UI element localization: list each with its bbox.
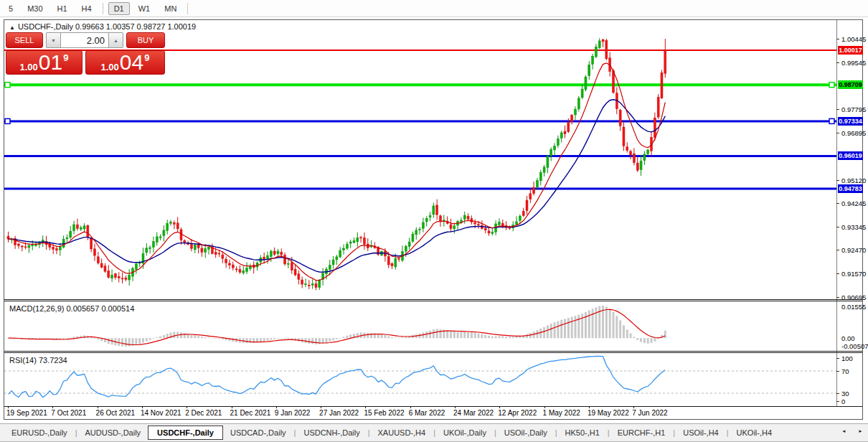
date-axis-label: 26 Oct 2021 xyxy=(96,409,135,417)
macd-indicator-label: MACD(12,26,9) 0.005657 0.000514 xyxy=(9,304,134,313)
axis-tick xyxy=(836,180,839,181)
date-axis-label: 19 May 2022 xyxy=(588,409,629,417)
timeframe-button-w1[interactable]: W1 xyxy=(133,2,156,15)
price-axis-label: 0.96895 xyxy=(841,129,866,137)
price-tag-0.98709: 0.98709 xyxy=(838,80,863,89)
date-tick xyxy=(187,406,187,408)
date-axis-label: 1 May 2022 xyxy=(543,409,580,417)
chart-tab-audusd-daily[interactable]: AUDUSD-,Daily xyxy=(77,426,148,439)
chart-tab-usoil-daily[interactable]: USOil-,Daily xyxy=(497,426,555,439)
axis-tick xyxy=(836,250,839,250)
date-axis-label: 27 Jan 2022 xyxy=(319,409,359,417)
axis-tick xyxy=(836,393,839,394)
collapse-panel-icon[interactable]: ▲ xyxy=(9,24,15,31)
chart-symbol-label: USDCHF-,Daily xyxy=(18,22,73,31)
chart-tab-eurusd-daily[interactable]: EURUSD-,Daily xyxy=(4,426,75,439)
line-handle-icon[interactable] xyxy=(5,83,10,88)
chart-tab-xauusd-h4[interactable]: XAUUSD-,H4 xyxy=(371,426,433,439)
date-tick xyxy=(321,406,321,408)
price-axis-label: 1.00445 xyxy=(841,35,866,43)
trading-terminal: 5M30H1H4D1W1MN ▲USDCHF-,Daily 0.99663 1.… xyxy=(0,0,868,442)
buy-button[interactable]: BUY xyxy=(126,32,165,48)
tab-separator: | xyxy=(555,428,557,437)
axis-tick xyxy=(836,371,839,372)
date-tick xyxy=(8,406,9,408)
date-tick xyxy=(52,406,53,408)
price-axis-label: 0.95120 xyxy=(841,177,866,184)
volume-input[interactable] xyxy=(60,32,109,48)
chart-window: ▲USDCHF-,Daily 0.99663 1.00357 0.98727 1… xyxy=(4,19,863,420)
timeframe-button-m30[interactable]: M30 xyxy=(22,2,48,15)
toolbar-separator xyxy=(103,3,103,14)
timeframe-button-mn[interactable]: MN xyxy=(159,2,182,15)
chevron-up-icon: ▲ xyxy=(113,38,118,43)
tab-separator: | xyxy=(433,428,435,437)
chart-tab-hk50-h1[interactable]: HK50-,H1 xyxy=(558,426,607,439)
rsi-axis-label: 70 xyxy=(841,367,849,375)
chart-tab-eurchf-h1[interactable]: EURCHF-,H1 xyxy=(610,426,673,439)
chart-tab-usoil-h4[interactable]: USOil-,H4 xyxy=(676,426,726,439)
date-tick xyxy=(455,406,456,408)
date-axis-label: 24 Mar 2022 xyxy=(453,409,494,417)
line-handle-icon[interactable] xyxy=(5,118,10,123)
rsi-indicator-label: RSI(14) 73.7234 xyxy=(9,356,67,365)
price-chart-canvas[interactable] xyxy=(4,20,862,406)
rsi-axis-label: 100 xyxy=(841,354,853,362)
chart-tab-usdcad-daily[interactable]: USDCAD-,Daily xyxy=(223,426,293,439)
tab-scroll-controls: ◄► xyxy=(841,428,864,435)
macd-pane-splitter[interactable] xyxy=(4,299,862,301)
tab-scroll-right-icon[interactable]: ► xyxy=(858,429,862,434)
date-axis-label: 9 Jan 2022 xyxy=(275,409,311,417)
sell-price-quote[interactable]: 1.00019 xyxy=(6,50,82,75)
line-handle-icon[interactable] xyxy=(829,118,834,123)
buy-price-prefix: 1.00 xyxy=(101,62,119,72)
sell-button[interactable]: SELL xyxy=(6,32,43,48)
buy-price-main: 04 xyxy=(120,52,143,72)
buy-price-quote[interactable]: 1.00049 xyxy=(85,50,165,75)
timeframe-button-h4[interactable]: H4 xyxy=(76,2,98,15)
chart-tab-usdcnh-daily[interactable]: USDCNH-,Daily xyxy=(296,426,367,439)
timeframe-toolbar: 5M30H1H4D1W1MN xyxy=(0,0,868,17)
volume-increase-button[interactable]: ▲ xyxy=(109,32,123,48)
one-click-trade-panel: SELL ▼ ▲ BUY 1.00019 1.00049 xyxy=(6,32,168,75)
date-axis-label: 14 Nov 2021 xyxy=(141,409,181,417)
date-tick xyxy=(98,406,98,408)
date-tick xyxy=(410,406,411,408)
chart-tab-ukoil-h4[interactable]: UKOil-,H4 xyxy=(730,426,780,439)
chart-tab-bar: EURUSD-,Daily|AUDUSD-,DailyUSDCHF-,Daily… xyxy=(0,423,868,442)
rsi-line xyxy=(9,356,666,398)
toolbar-separator xyxy=(187,3,188,14)
timeframe-button-d1[interactable]: D1 xyxy=(108,2,130,15)
date-tick xyxy=(232,406,232,408)
timeframe-button-h1[interactable]: H1 xyxy=(52,2,73,15)
macd-signal-line xyxy=(9,309,666,344)
rsi-axis-label: 0 xyxy=(841,398,845,405)
tab-separator: | xyxy=(673,428,675,437)
date-axis-label: 7 Jun 2022 xyxy=(632,409,668,417)
axis-tick xyxy=(836,62,839,63)
price-tag-0.96019: 0.96019 xyxy=(838,151,863,160)
timeframe-button-5[interactable]: 5 xyxy=(3,2,19,15)
axis-tick xyxy=(836,358,839,359)
line-handle-icon[interactable] xyxy=(829,83,834,88)
date-axis-label: 19 Sep 2021 xyxy=(6,409,47,417)
axis-tick xyxy=(836,133,839,133)
tab-scroll-left-icon[interactable]: ◄ xyxy=(841,429,846,434)
date-tick xyxy=(499,406,500,408)
price-axis-label: 0.97795 xyxy=(841,105,866,113)
chart-tab-ukoil-daily[interactable]: UKOil-,Daily xyxy=(436,426,494,439)
axis-tick xyxy=(836,203,839,204)
rsi-pane-splitter[interactable] xyxy=(4,351,862,353)
tab-separator: | xyxy=(494,428,496,437)
volume-decrease-button[interactable]: ▼ xyxy=(46,32,60,48)
price-tag-0.97334: 0.97334 xyxy=(838,117,863,126)
date-tick xyxy=(365,406,366,408)
chart-tab-usdchf-daily[interactable]: USDCHF-,Daily xyxy=(148,425,223,440)
date-tick xyxy=(142,406,143,408)
tab-separator: | xyxy=(368,428,370,437)
date-axis-label: 7 Oct 2021 xyxy=(51,409,86,417)
chart-title: ▲USDCHF-,Daily 0.99663 1.00357 0.98727 1… xyxy=(9,22,196,31)
time-axis-line xyxy=(4,406,862,407)
date-axis-label: 12 Apr 2022 xyxy=(498,409,537,417)
price-axis-label: 0.99545 xyxy=(841,59,866,67)
